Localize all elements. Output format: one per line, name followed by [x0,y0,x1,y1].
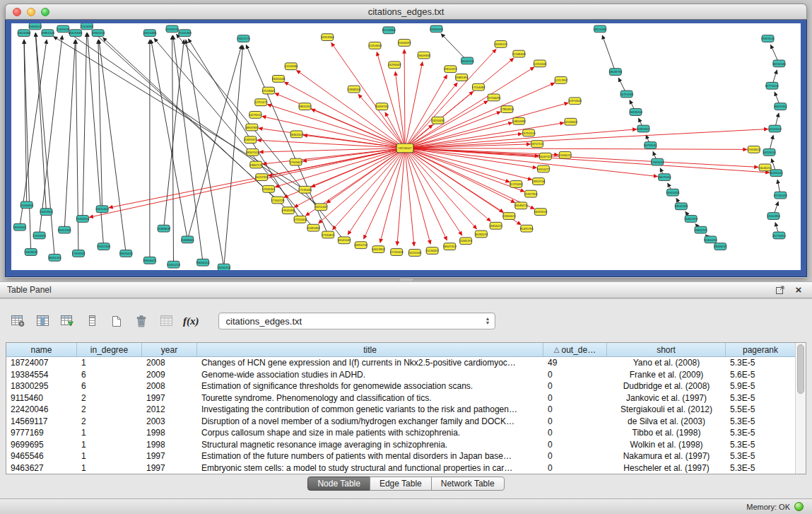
table-cell[interactable]: 5.3E-5 [726,463,795,473]
column-header-pagerank[interactable]: pagerank [726,343,795,356]
table-cell[interactable]: 18724007 [6,358,77,368]
table-cell[interactable]: 19384554 [6,370,77,380]
table-row[interactable]: 2242004622012Investigating the contribut… [6,404,795,416]
table-cell[interactable]: Stergiakouli et al. (2012) [607,404,726,414]
table-row[interactable]: 1456911722003Disruption of a novel membe… [6,416,795,428]
close-window-button[interactable] [13,8,21,16]
table-cell[interactable]: 22420046 [6,404,77,414]
network-table-selector[interactable]: citations_edges.txt ▲▼ [218,313,495,329]
column-header-short[interactable]: short [607,343,726,356]
table-cell[interactable]: 2008 [142,358,197,368]
column-header-out_de[interactable]: △out_de… [543,343,607,356]
table-cell[interactable]: 5.9E-5 [726,381,795,391]
table-row[interactable]: 1938455462009Genome-wide association stu… [6,369,795,381]
table-cell[interactable]: 5.3E-5 [726,428,795,438]
table-cell[interactable]: Dudbridge et al. (2008) [607,381,726,391]
column-header-name[interactable]: name [6,343,77,356]
table-cell[interactable]: 9115460 [6,393,77,403]
table-cell[interactable]: Tibbo et al. (1998) [607,428,726,438]
table-cell[interactable]: 6 [77,381,142,391]
table-cell[interactable]: Jankovic et al. (1997) [607,393,726,403]
new-column-icon[interactable] [59,312,75,330]
table-cell[interactable]: de Silva et al. (2003) [607,416,726,426]
new-file-icon[interactable] [109,312,124,330]
table-cell[interactable]: 0 [543,370,607,380]
table-cell[interactable]: 2 [77,416,142,426]
table-mode-icon[interactable] [10,312,25,330]
table-cell[interactable]: Structural magnetic resonance image aver… [197,440,543,450]
table-cell[interactable]: 5.3E-5 [726,451,795,461]
column-header-title[interactable]: title [197,343,543,356]
row-options-icon[interactable] [84,312,100,330]
table-row[interactable]: 946362711997Embryonic stem cells: a mode… [6,462,795,474]
function-builder-icon[interactable]: f(x) [183,312,199,330]
table-cell[interactable]: 0 [543,381,607,391]
table-cell[interactable]: 5.3E-5 [726,393,795,403]
table-cell[interactable]: 9463627 [6,463,77,473]
network-canvas[interactable]: 2061648420634141198615442149942820670683… [11,23,801,270]
table-row[interactable]: 977716911998Corpus callosum shape and si… [6,427,795,439]
show-columns-icon[interactable] [35,312,50,330]
table-cell[interactable]: 2 [77,404,142,414]
table-cell[interactable]: 1998 [142,428,197,438]
float-panel-icon[interactable] [774,284,787,296]
table-cell[interactable]: 1 [77,428,142,438]
table-cell[interactable]: 0 [543,416,607,426]
zoom-window-button[interactable] [41,8,49,16]
table-cell[interactable]: 18300295 [6,381,77,391]
table-cell[interactable]: 2009 [142,370,197,380]
window-titlebar[interactable]: citations_edges.txt [5,4,807,20]
table-cell[interactable]: 0 [543,393,607,403]
table-row[interactable]: 1872400712008Changes of HCN gene express… [6,357,795,369]
table-cell[interactable]: Wolkin et al. (1998) [607,440,726,450]
table-cell[interactable]: 5.3E-5 [726,416,795,426]
table-cell[interactable]: 5.3E-5 [726,440,795,450]
table-cell[interactable]: 5.6E-5 [726,370,795,380]
table-cell[interactable]: Estimation of the future numbers of pati… [197,451,543,461]
table-row[interactable]: 911546021997Tourette syndrome. Phenomeno… [6,392,795,404]
table-cell[interactable]: Hescheler et al. (1997) [607,463,726,473]
delete-icon[interactable] [134,312,149,330]
table-cell[interactable]: Corpus callosum shape and size in male p… [197,428,543,438]
table-cell[interactable]: 0 [543,428,607,438]
table-cell[interactable]: 2012 [142,404,197,414]
tab-edge-table[interactable]: Edge Table [370,477,432,491]
table-cell[interactable]: 1 [77,463,142,473]
table-cell[interactable]: 1997 [142,463,197,473]
table-cell[interactable]: Genome-wide association studies in ADHD. [197,370,543,380]
close-panel-icon[interactable]: × [792,284,805,296]
table-cell[interactable]: 9777169 [6,428,77,438]
table-cell[interactable]: 1997 [142,393,197,403]
table-cell[interactable]: Disruption of a novel member of a sodium… [197,416,543,426]
table-cell[interactable]: 0 [543,440,607,450]
table-cell[interactable]: 2003 [142,416,197,426]
column-header-in_degree[interactable]: in_degree [77,343,142,356]
tab-node-table[interactable]: Node Table [307,477,370,491]
table-cell[interactable]: 2 [77,393,142,403]
minimize-window-button[interactable] [27,8,35,16]
table-row[interactable]: 946554611997Estimation of the future num… [6,450,795,462]
tab-network-table[interactable]: Network Table [431,477,505,491]
table-cell[interactable]: Embryonic stem cells: a model to study s… [197,463,543,473]
table-cell[interactable]: 9699695 [6,440,77,450]
table-cell[interactable]: 1997 [142,451,197,461]
table-cell[interactable]: 2008 [142,381,197,391]
table-cell[interactable]: 1 [77,451,142,461]
memory-status-icon[interactable] [794,502,804,511]
citation-network-graph[interactable]: 2061648420634141198615442149942820670683… [11,23,801,270]
table-scrollbar[interactable] [795,343,806,474]
table-cell[interactable]: 0 [543,451,607,461]
table-row[interactable]: 969969511998Structural magnetic resonanc… [6,439,795,451]
table-cell[interactable]: Franke et al. (2009) [607,370,726,380]
table-cell[interactable]: Nakamura et al. (1997) [607,451,726,461]
table-cell[interactable]: 14569117 [6,416,77,426]
table-cell[interactable]: 9465546 [6,451,77,461]
table-cell[interactable]: 6 [77,370,142,380]
table-cell[interactable]: 1 [77,440,142,450]
table-cell[interactable]: 1 [77,358,142,368]
scrollbar-thumb[interactable] [797,344,804,394]
table-cell[interactable]: 5.5E-5 [726,404,795,414]
table-cell[interactable]: Tourette syndrome. Phenomenology and cla… [197,393,543,403]
table-cell[interactable]: Yano et al. (2008) [607,358,726,368]
table-cell[interactable]: 49 [543,358,607,368]
